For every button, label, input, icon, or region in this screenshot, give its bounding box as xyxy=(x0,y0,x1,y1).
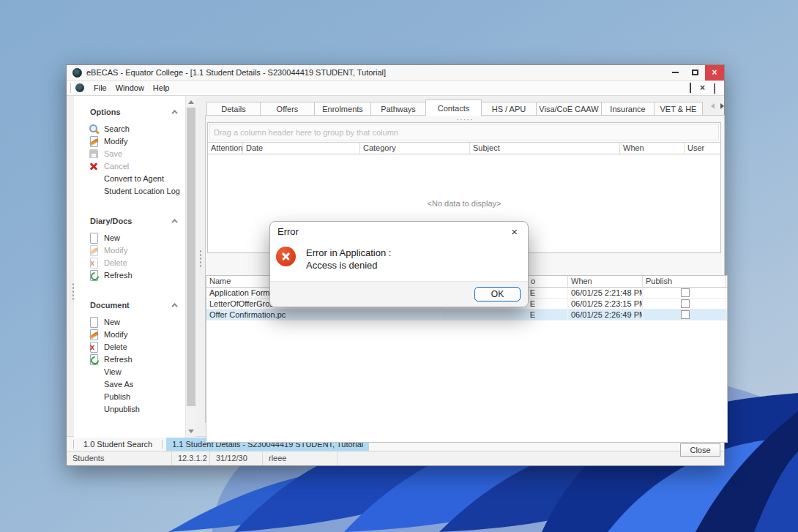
minimize-button[interactable] xyxy=(665,65,685,80)
sidebar-item-doc-unpublish[interactable]: Unpublish xyxy=(74,403,185,416)
maximize-button[interactable] xyxy=(685,65,705,80)
sidebar-scrollbar[interactable] xyxy=(185,96,195,438)
delete-icon xyxy=(89,342,99,352)
doc-when: 06/01/25 2:23:15 PM xyxy=(568,299,643,309)
tab-details[interactable]: Details xyxy=(206,102,261,116)
doc-tab-student-search[interactable]: 1.0 Student Search xyxy=(78,438,158,451)
mdi-restore-icon xyxy=(690,83,691,93)
tab-scroll-right-icon[interactable] xyxy=(720,103,724,109)
chevron-down-icon xyxy=(714,83,715,94)
sidebar-item-diary-delete[interactable]: Delete xyxy=(74,257,185,269)
column-header-when[interactable]: When xyxy=(568,276,643,287)
sidebar-item-doc-publish[interactable]: Publish xyxy=(74,391,185,403)
panel-close-button[interactable]: Close xyxy=(680,443,720,457)
collapse-chevron-icon xyxy=(171,219,177,225)
panel-drag-handle[interactable] xyxy=(199,250,202,269)
status-version: 12.3.1.2 xyxy=(172,452,210,465)
sidebar-item-doc-refresh[interactable]: Refresh xyxy=(74,353,185,366)
tab-scroll-left-icon[interactable] xyxy=(711,103,715,109)
column-header-category[interactable]: Category xyxy=(360,143,470,154)
tab-enrolments[interactable]: Enrolments xyxy=(314,102,371,116)
publish-checkbox[interactable] xyxy=(681,288,690,297)
toolbar-grip[interactable] xyxy=(70,83,72,93)
menu-help[interactable]: Help xyxy=(149,81,174,94)
scrollbar-thumb[interactable] xyxy=(187,108,195,406)
status-user: rleee xyxy=(263,452,338,465)
doc-publish-cell xyxy=(643,288,726,298)
sidebar-group-diary-docs[interactable]: Diary/Docs xyxy=(74,215,185,227)
document-row-selected[interactable]: Offer Confirmation.pc E 06/01/25 2:26:49… xyxy=(206,310,727,321)
doc-partial: E xyxy=(441,310,568,320)
scroll-down-icon[interactable] xyxy=(188,430,194,433)
sidebar-item-student-location-log[interactable]: Student Location Log xyxy=(74,185,185,198)
menu-file[interactable]: File xyxy=(89,81,111,94)
sidebar-item-doc-view[interactable]: View xyxy=(74,366,185,378)
error-message-line2: Access is denied xyxy=(306,259,391,271)
collapse-chevron-icon xyxy=(171,110,177,116)
status-module: Students xyxy=(67,452,172,465)
error-message-line1: Error in Application : xyxy=(306,247,391,259)
tab-vet-he[interactable]: VET & HE xyxy=(654,102,703,116)
mdi-menu-chevron[interactable] xyxy=(714,83,715,92)
close-button[interactable]: × xyxy=(705,65,724,80)
modify-icon xyxy=(89,136,99,146)
sidebar-item-diary-new[interactable]: New xyxy=(74,232,185,244)
error-dialog-close-button[interactable]: × xyxy=(508,225,521,239)
sidebar-item-convert-to-agent[interactable]: Convert to Agent xyxy=(74,173,185,185)
tab-hs-apu[interactable]: HS / APU xyxy=(481,102,537,116)
column-header-when[interactable]: When xyxy=(620,143,685,154)
sidebar-item-save[interactable]: Save xyxy=(74,148,185,160)
column-header-date[interactable]: Date xyxy=(243,143,360,154)
doc-when: 06/01/25 2:26:49 PM xyxy=(568,310,643,320)
sidebar-item-modify[interactable]: Modify xyxy=(74,135,185,148)
sidebar-group-document[interactable]: Document xyxy=(74,299,185,311)
app-logo-icon xyxy=(72,68,82,78)
sidebar-item-diary-refresh[interactable]: Refresh xyxy=(74,269,185,282)
window-title: eBECAS - Equator College - [1.1 Student … xyxy=(86,68,386,77)
tab-insurance[interactable]: Insurance xyxy=(601,102,655,116)
titlebar[interactable]: eBECAS - Equator College - [1.1 Student … xyxy=(67,65,724,81)
splitter-dots[interactable]: ····· xyxy=(456,116,473,122)
publish-checkbox[interactable] xyxy=(681,299,690,308)
tab-visa-coe-caaw[interactable]: Visa/CoE CAAW xyxy=(536,102,602,116)
error-dialog-titlebar[interactable]: Error × xyxy=(270,222,528,241)
refresh-icon xyxy=(89,270,99,280)
column-header-attention[interactable]: Attention xyxy=(208,143,243,154)
mdi-close-button[interactable]: × xyxy=(700,83,705,92)
publish-checkbox[interactable] xyxy=(681,310,690,319)
contacts-grid-header: Attention Date Category Subject When Use… xyxy=(208,142,720,154)
group-by-hint[interactable]: Drag a column header here to group by th… xyxy=(209,124,719,141)
tab-separator xyxy=(73,440,74,449)
sidebar-group-options[interactable]: Options xyxy=(74,106,185,118)
sidebar-item-doc-new[interactable]: New xyxy=(74,316,185,329)
new-document-icon xyxy=(89,233,99,243)
sidebar-item-doc-modify[interactable]: Modify xyxy=(74,329,185,341)
sidebar-item-cancel[interactable]: Cancel xyxy=(74,160,185,173)
tab-pathways[interactable]: Pathways xyxy=(370,102,426,116)
menubar: File Window Help × xyxy=(67,81,724,96)
error-dialog-footer: OK xyxy=(270,281,528,307)
sidebar-item-doc-delete[interactable]: Delete xyxy=(74,341,185,353)
scroll-up-icon[interactable] xyxy=(188,100,194,104)
delete-icon xyxy=(89,258,99,268)
column-header-publish[interactable]: Publish xyxy=(643,276,726,287)
sidebar-item-diary-modify[interactable]: Modify xyxy=(74,244,185,257)
search-icon xyxy=(89,124,99,134)
sidebar-item-search[interactable]: Search xyxy=(74,123,185,135)
ok-button[interactable]: OK xyxy=(474,287,521,301)
mdi-restore-button[interactable] xyxy=(690,83,691,92)
tab-separator xyxy=(162,440,163,449)
sidebar: Options Search Modify Save Cancel xyxy=(74,96,185,438)
column-header-user[interactable]: User xyxy=(685,143,720,154)
tab-contacts[interactable]: Contacts xyxy=(425,100,482,116)
error-dialog-title: Error xyxy=(277,226,299,237)
modify-icon xyxy=(89,329,99,340)
sidebar-item-doc-save-as[interactable]: Save As xyxy=(74,378,185,391)
menu-window[interactable]: Window xyxy=(111,81,149,94)
tab-offers[interactable]: Offers xyxy=(260,102,315,116)
column-header-subject[interactable]: Subject xyxy=(470,143,620,154)
doc-name: Offer Confirmation.pc xyxy=(206,310,441,320)
statusbar: Students 12.3.1.2 31/12/30 rleee xyxy=(67,451,724,465)
error-message: Error in Application : Access is denied xyxy=(306,245,391,271)
refresh-icon xyxy=(89,354,99,364)
